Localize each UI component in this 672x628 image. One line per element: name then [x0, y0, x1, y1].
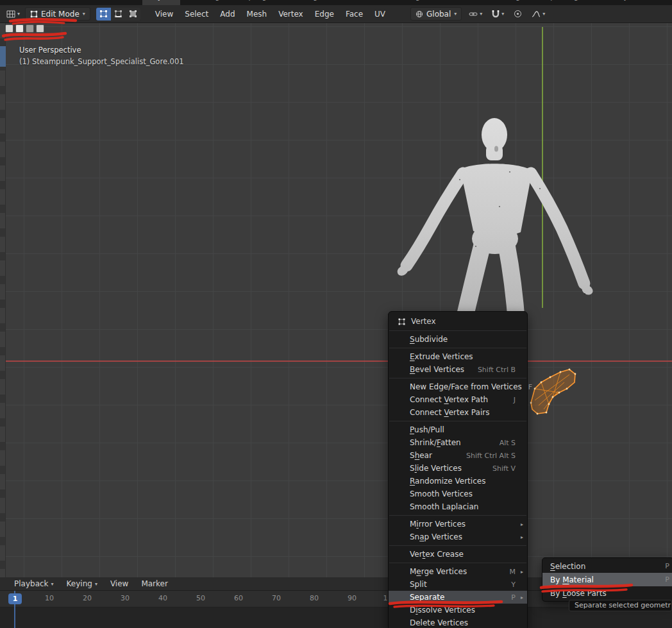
proportional-circle-icon: [514, 10, 522, 18]
menu-view[interactable]: View: [149, 8, 179, 21]
current-frame-badge[interactable]: 1: [8, 593, 22, 604]
toolbar-strip[interactable]: [0, 23, 6, 577]
menu-item-bevel-vertices[interactable]: Bevel VerticesShift Ctrl B: [389, 363, 527, 376]
submenu-arrow-icon: ▸: [516, 595, 523, 600]
pasted-icon: [15, 24, 24, 33]
viewport-header: ▾ Edit Mode ▾ View Select Add Mesh Verte…: [0, 5, 672, 23]
menu-separator: [389, 545, 526, 546]
editor-type-button[interactable]: ▾: [4, 9, 22, 19]
viewport-overlay-text: User Perspective (1) Steampunk_Support_S…: [19, 44, 184, 67]
orientation-label: Global: [426, 10, 451, 19]
frame-tick: 80: [310, 594, 319, 602]
vertex-select-button[interactable]: [96, 8, 111, 21]
snap-magnet-toggle[interactable]: ▾: [489, 8, 507, 19]
tab-texture-paint[interactable]: Texture Paint: [324, 0, 384, 5]
tab-layout[interactable]: Layout: [142, 0, 180, 5]
mode-dropdown-label: Edit Mode: [41, 10, 80, 19]
menu-item-push-pull[interactable]: Push/Pull: [389, 423, 527, 436]
chevron-down-icon: ▾: [95, 581, 97, 587]
viewport-3d[interactable]: User Perspective (1) Steampunk_Support_S…: [0, 23, 672, 577]
select-mode-buttons: [96, 8, 140, 21]
submenu-item-selection[interactable]: SelectionP: [542, 559, 672, 573]
menu-select[interactable]: Select: [179, 8, 214, 21]
submenu-arrow-icon: ▸: [516, 534, 523, 540]
menu-item-mirror-vertices[interactable]: Mirror Vertices▸: [389, 518, 527, 530]
tab-geometry-nodes[interactable]: Geometry Nodes: [585, 0, 659, 5]
selected-mesh-fragment[interactable]: [525, 364, 584, 423]
falloff-curve-icon: [532, 10, 541, 18]
submenu-item-by-loose-parts[interactable]: By Loose Parts: [542, 586, 672, 600]
edge-select-button[interactable]: [111, 8, 126, 21]
menu-item-merge-vertices[interactable]: Merge VerticesM▸: [389, 565, 527, 578]
menu-item-snap-vertices[interactable]: Snap Vertices▸: [389, 530, 527, 543]
frame-tick: 30: [121, 594, 130, 602]
menu-separator: [389, 515, 526, 516]
submenu-arrow-icon: ▸: [516, 522, 523, 527]
tab-scripting[interactable]: Scripting: [659, 0, 672, 5]
menu-item-shear[interactable]: ShearShift Ctrl Alt S: [389, 449, 527, 462]
tooltip: Separate selected geometr: [569, 600, 672, 611]
menu-item-vertex-crease[interactable]: Vertex Crease: [389, 548, 527, 561]
vertex-menu-icon: [398, 318, 405, 325]
menu-face[interactable]: Face: [340, 8, 369, 21]
face-select-button[interactable]: [126, 8, 140, 21]
active-tool-sliver: [0, 46, 6, 67]
frame-tick: 90: [348, 594, 357, 602]
menu-timeline-view[interactable]: View: [105, 579, 133, 588]
magnet-icon: [492, 10, 500, 18]
tab-animation[interactable]: Animation: [427, 0, 477, 5]
frame-tick: 20: [83, 594, 92, 602]
menu-add[interactable]: Add: [214, 8, 240, 21]
menu-item-randomize-vertices[interactable]: Randomize Vertices: [389, 475, 527, 488]
menu-item-extrude-vertices[interactable]: Extrude Vertices: [389, 350, 527, 363]
tab-compositing[interactable]: Compositing: [527, 0, 585, 5]
editor-grid-icon: [6, 10, 15, 18]
pasted-icon: [36, 24, 44, 33]
vertex-context-menu: Vertex Subdivide Extrude Vertices Bevel …: [388, 311, 528, 628]
menu-uv[interactable]: UV: [369, 8, 391, 21]
context-menu-title: Vertex: [389, 313, 527, 328]
menu-item-connect-vertex-pairs[interactable]: Connect Vertex Pairs: [389, 406, 527, 419]
menu-item-separate[interactable]: SeparateP▸: [389, 591, 527, 604]
menu-item-shrink-fatten[interactable]: Shrink/FattenAlt S: [389, 436, 527, 449]
menu-item-connect-vertex-path[interactable]: Connect Vertex PathJ: [389, 393, 527, 406]
falloff-dropdown[interactable]: ▾: [529, 9, 548, 19]
menu-mesh[interactable]: Mesh: [241, 8, 273, 21]
menu-marker[interactable]: Marker: [136, 579, 172, 588]
tab-sculpting[interactable]: Sculpting: [226, 0, 273, 5]
proportional-editing-toggle[interactable]: [511, 8, 525, 19]
frame-tick: 70: [272, 594, 281, 602]
menu-playback[interactable]: Playback▾: [9, 579, 59, 588]
frame-tick: 60: [234, 594, 243, 602]
menu-item-subdivide[interactable]: Subdivide: [389, 333, 527, 346]
menu-item-split[interactable]: SplitY: [389, 578, 527, 591]
menu-vertex[interactable]: Vertex: [273, 8, 309, 21]
active-object-label: (1) Steampunk_Support_Specialist_Gore.00…: [19, 56, 184, 67]
tab-uv-editing[interactable]: UV Editing: [274, 0, 324, 5]
tab-rendering[interactable]: Rendering: [477, 0, 527, 5]
menu-item-slide-vertices[interactable]: Slide VerticesShift V: [389, 462, 527, 475]
mode-dropdown[interactable]: Edit Mode ▾: [25, 7, 90, 21]
menu-item-dissolve-vertices[interactable]: Dissolve Vertices: [389, 604, 527, 616]
menu-item-delete-vertices[interactable]: Delete Vertices: [389, 616, 527, 628]
menu-separator: [389, 421, 526, 421]
submenu-arrow-icon: ▸: [516, 569, 523, 575]
edit-mode-icon: [30, 10, 38, 18]
chevron-down-icon: ▾: [454, 11, 457, 17]
menu-item-smooth-vertices[interactable]: Smooth Vertices: [389, 488, 527, 500]
chevron-down-icon: ▾: [480, 11, 482, 17]
viewport-menus: View Select Add Mesh Vertex Edge Face UV: [149, 8, 391, 21]
transform-orientation-dropdown[interactable]: Global ▾: [410, 7, 462, 21]
tab-shading[interactable]: Shading: [384, 0, 427, 5]
submenu-item-by-material[interactable]: By MaterialP: [542, 573, 672, 586]
blender-window: Layout Modeling Sculpting UV Editing Tex…: [0, 0, 672, 628]
perspective-label: User Perspective: [19, 44, 184, 56]
snapping-dropdown[interactable]: ▾: [466, 9, 485, 19]
character-mesh[interactable]: [378, 110, 609, 332]
tab-modeling[interactable]: Modeling: [180, 0, 226, 5]
menu-keying[interactable]: Keying▾: [62, 579, 103, 588]
menu-edge[interactable]: Edge: [309, 8, 340, 21]
menu-item-smooth-laplacian[interactable]: Smooth Laplacian: [389, 500, 527, 513]
menu-item-new-edge-face[interactable]: New Edge/Face from VerticesF: [389, 380, 527, 393]
frame-tick: 50: [196, 594, 205, 602]
